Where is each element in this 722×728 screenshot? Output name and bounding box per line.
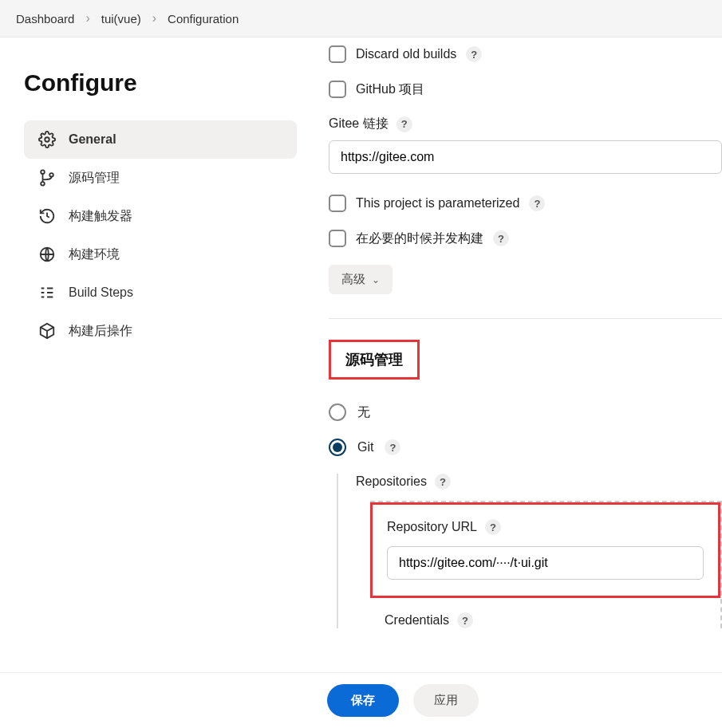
divider bbox=[329, 318, 722, 319]
chevron-right-icon: › bbox=[85, 11, 89, 26]
svg-point-1 bbox=[41, 170, 45, 174]
scm-none-label: 无 bbox=[357, 404, 370, 421]
sidebar-item-label: 构建触发器 bbox=[69, 208, 132, 225]
credentials-label: Credentials bbox=[385, 613, 449, 628]
page-title: Configure bbox=[24, 69, 297, 96]
footer-actions: 保存 应用 bbox=[0, 672, 722, 719]
main-content: Discard old builds ? GitHub 项目 Gitee 链接 … bbox=[311, 37, 722, 719]
globe-icon bbox=[38, 246, 56, 263]
repo-url-highlight: Repository URL ? bbox=[370, 502, 720, 598]
help-icon[interactable]: ? bbox=[397, 116, 412, 132]
concurrent-checkbox[interactable] bbox=[329, 230, 346, 247]
discard-builds-label: Discard old builds bbox=[356, 47, 456, 61]
steps-icon bbox=[38, 284, 56, 301]
repositories-label: Repositories bbox=[356, 474, 427, 489]
github-project-checkbox[interactable] bbox=[329, 81, 346, 98]
parameterized-label: This project is parameterized bbox=[356, 196, 519, 211]
sidebar-item-label: General bbox=[69, 132, 116, 147]
package-icon bbox=[38, 322, 56, 340]
github-project-label: GitHub 项目 bbox=[356, 81, 424, 98]
advanced-label: 高级 bbox=[341, 272, 365, 287]
gitee-link-input[interactable] bbox=[329, 140, 722, 174]
advanced-button[interactable]: 高级 ⌄ bbox=[329, 265, 393, 294]
sidebar-item-env[interactable]: 构建环境 bbox=[24, 235, 297, 273]
help-icon[interactable]: ? bbox=[493, 230, 509, 246]
help-icon[interactable]: ? bbox=[466, 46, 482, 62]
sidebar-item-label: 构建环境 bbox=[69, 246, 120, 263]
sidebar: Configure General 源码管理 构建触发器 构建环境 bbox=[0, 37, 311, 719]
scm-git-radio[interactable] bbox=[329, 439, 346, 456]
scm-git-label: Git bbox=[357, 440, 373, 455]
help-icon[interactable]: ? bbox=[457, 612, 473, 628]
svg-point-2 bbox=[41, 182, 45, 186]
chevron-right-icon: › bbox=[152, 11, 156, 26]
chevron-down-icon: ⌄ bbox=[372, 274, 380, 285]
sidebar-item-general[interactable]: General bbox=[24, 120, 297, 159]
concurrent-label: 在必要的时候并发构建 bbox=[356, 230, 483, 247]
help-icon[interactable]: ? bbox=[385, 439, 400, 455]
save-button[interactable]: 保存 bbox=[327, 684, 399, 717]
discard-builds-checkbox[interactable] bbox=[329, 45, 346, 63]
sidebar-item-scm[interactable]: 源码管理 bbox=[24, 159, 297, 197]
help-icon[interactable]: ? bbox=[435, 474, 451, 490]
breadcrumb: Dashboard › tui(vue) › Configuration bbox=[0, 0, 722, 37]
repo-url-input[interactable] bbox=[387, 546, 704, 580]
gitee-link-label: Gitee 链接 bbox=[329, 116, 389, 132]
parameterized-checkbox[interactable] bbox=[329, 195, 346, 212]
help-icon[interactable]: ? bbox=[529, 195, 545, 211]
scm-title: 源码管理 bbox=[345, 350, 403, 369]
svg-point-3 bbox=[49, 173, 53, 177]
gear-icon bbox=[38, 131, 56, 148]
branch-icon bbox=[38, 169, 56, 187]
help-icon[interactable]: ? bbox=[485, 519, 501, 535]
sidebar-item-label: 构建后操作 bbox=[69, 323, 132, 340]
sidebar-item-label: 源码管理 bbox=[69, 170, 120, 187]
breadcrumb-project[interactable]: tui(vue) bbox=[101, 12, 141, 26]
repo-url-label: Repository URL bbox=[387, 520, 477, 534]
apply-button[interactable]: 应用 bbox=[413, 684, 479, 717]
sidebar-item-buildsteps[interactable]: Build Steps bbox=[24, 273, 297, 312]
breadcrumb-dashboard[interactable]: Dashboard bbox=[16, 12, 74, 26]
breadcrumb-page[interactable]: Configuration bbox=[168, 12, 239, 26]
sidebar-item-postbuild[interactable]: 构建后操作 bbox=[24, 312, 297, 350]
history-icon bbox=[38, 207, 56, 225]
scm-section-header: 源码管理 bbox=[329, 340, 420, 380]
scm-none-radio[interactable] bbox=[329, 403, 346, 421]
sidebar-item-label: Build Steps bbox=[69, 285, 133, 300]
sidebar-item-triggers[interactable]: 构建触发器 bbox=[24, 197, 297, 235]
svg-point-0 bbox=[45, 137, 49, 142]
